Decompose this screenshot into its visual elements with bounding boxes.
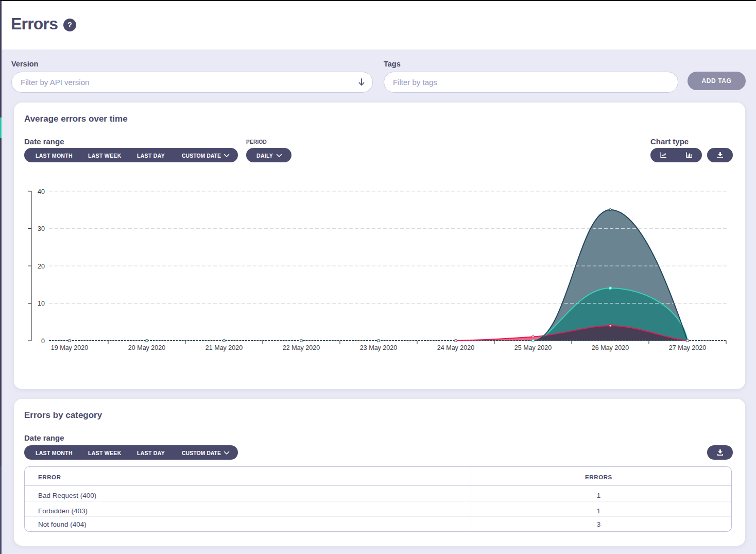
svg-text:24 May 2020: 24 May 2020 xyxy=(437,344,474,351)
svg-text:19 May 2020: 19 May 2020 xyxy=(51,344,88,351)
svg-text:27 May 2020: 27 May 2020 xyxy=(669,344,706,351)
svg-text:21 May 2020: 21 May 2020 xyxy=(205,344,243,351)
svg-text:26 May 2020: 26 May 2020 xyxy=(592,344,629,351)
svg-text:40: 40 xyxy=(38,188,45,195)
svg-text:25 May 2020: 25 May 2020 xyxy=(514,344,552,351)
svg-text:30: 30 xyxy=(38,225,45,232)
svg-text:20 May 2020: 20 May 2020 xyxy=(128,344,165,351)
svg-text:0: 0 xyxy=(41,338,45,345)
svg-text:23 May 2020: 23 May 2020 xyxy=(360,344,397,351)
svg-text:10: 10 xyxy=(38,300,45,307)
svg-text:20: 20 xyxy=(38,263,45,270)
svg-text:22 May 2020: 22 May 2020 xyxy=(283,344,320,351)
